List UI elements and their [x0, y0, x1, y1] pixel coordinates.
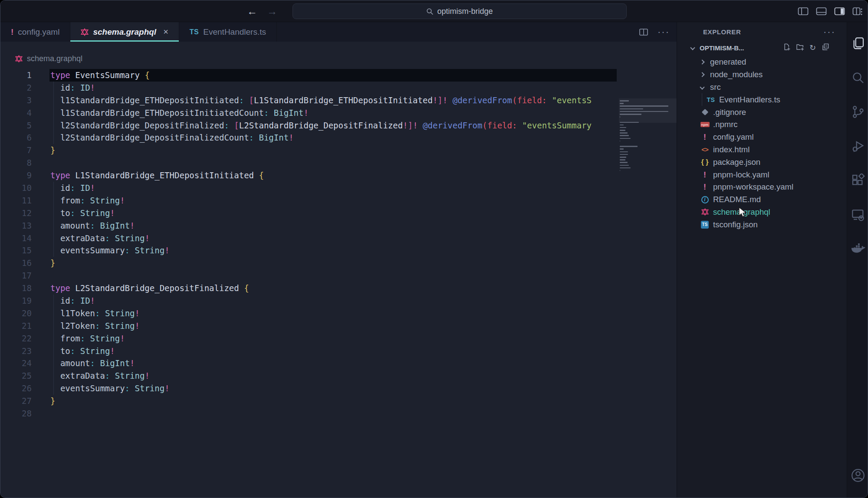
- readme-info-icon: i: [700, 196, 710, 203]
- command-center-search[interactable]: optimism-bridge: [293, 3, 627, 19]
- tree-item--npmrc[interactable]: npm.npmrc: [677, 118, 847, 131]
- refresh-explorer-icon[interactable]: ↻: [809, 43, 816, 52]
- code-line[interactable]: 27}: [0, 395, 617, 407]
- code-line[interactable]: 3 l1StandardBridge_ETHDepositInitiated: …: [0, 94, 617, 107]
- code-line-text: l1StandardBridge_ETHDepositInitiatedCoun…: [50, 107, 309, 119]
- code-line[interactable]: 6 l2StandardBridge_DepositFinalizedCount…: [0, 131, 617, 144]
- new-file-icon[interactable]: [783, 43, 791, 52]
- folder-label: node_modules: [710, 70, 763, 79]
- toggle-panel-right-icon[interactable]: [834, 7, 845, 16]
- code-line[interactable]: 23 to: String!: [0, 345, 617, 357]
- code-line[interactable]: 24 amount: BigInt!: [0, 357, 617, 370]
- tree-item-config-yaml[interactable]: !config.yaml: [677, 131, 847, 144]
- line-number: 21: [0, 320, 32, 332]
- tab-config-yaml[interactable]: ! config.yaml: [0, 22, 70, 42]
- code-line[interactable]: 21 l2Token: String!: [0, 320, 617, 332]
- code-line[interactable]: 8: [0, 157, 617, 169]
- line-number: 2: [0, 82, 32, 94]
- docker-icon[interactable]: [847, 239, 868, 259]
- split-editor-icon[interactable]: [639, 29, 648, 36]
- tab-eventhandlers-ts[interactable]: TS EventHandlers.ts: [179, 22, 277, 42]
- code-line[interactable]: 12 to: String!: [0, 207, 617, 220]
- yaml-warning-icon: !: [700, 182, 710, 192]
- minimap-line: [620, 141, 620, 142]
- code-line[interactable]: 15 eventsSummary: String!: [0, 244, 617, 257]
- workspace-name: OPTIMISM-B...: [700, 44, 744, 52]
- code-line[interactable]: 2 id: ID!: [0, 82, 617, 94]
- code-line[interactable]: 18type L2StandardBridge_DepositFinalized…: [0, 282, 617, 295]
- tab-schema-graphql[interactable]: schema.graphql ×: [70, 22, 179, 42]
- tree-item-schema-graphql[interactable]: schema.graphql: [677, 206, 847, 219]
- code-line[interactable]: 7}: [0, 144, 617, 157]
- code-line[interactable]: 11 from: String!: [0, 194, 617, 207]
- line-number: 18: [0, 282, 32, 295]
- code-line[interactable]: 9type L1StandardBridge_ETHDepositInitiat…: [0, 169, 617, 182]
- source-control-icon[interactable]: [847, 102, 868, 122]
- nav-back-icon[interactable]: ←: [247, 5, 257, 17]
- line-number: 9: [0, 169, 32, 182]
- search-view-icon[interactable]: [847, 68, 868, 88]
- minimap-slider[interactable]: [619, 98, 677, 123]
- graphql-icon: [81, 28, 89, 36]
- code-line[interactable]: 26 eventsSummary: String!: [0, 382, 617, 395]
- code-line[interactable]: 13 amount: BigInt!: [0, 220, 617, 232]
- tree-item-readme-md[interactable]: iREADME.md: [677, 193, 847, 206]
- minimap-line: [620, 154, 628, 155]
- new-folder-icon[interactable]: [796, 43, 804, 52]
- remote-explorer-icon[interactable]: [847, 205, 868, 225]
- code-line[interactable]: 4 l1StandardBridge_ETHDepositInitiatedCo…: [0, 107, 617, 119]
- account-icon[interactable]: [847, 465, 868, 485]
- toggle-panel-left-icon[interactable]: [798, 7, 809, 16]
- tsconfig-icon: TS: [700, 221, 710, 229]
- file-label: README.md: [713, 195, 761, 204]
- code-line[interactable]: 22 from: String!: [0, 332, 617, 345]
- tree-item-eventhandlers-ts[interactable]: TSEventHandlers.ts: [677, 93, 847, 106]
- line-number: 13: [0, 220, 32, 232]
- code-line[interactable]: 1type EventsSummary {: [0, 69, 617, 82]
- code-line[interactable]: 5 l2StandardBridge_DepositFinalized: [L2…: [0, 119, 617, 132]
- tree-item-generated[interactable]: generated: [677, 56, 847, 69]
- nav-forward-icon[interactable]: →: [267, 5, 277, 17]
- tree-item-pnpm-lock-yaml[interactable]: !pnpm-lock.yaml: [677, 168, 847, 181]
- run-debug-icon[interactable]: [847, 136, 868, 156]
- code-line-text: }: [50, 257, 55, 269]
- code-editor[interactable]: 1type EventsSummary {2 id: ID!3 l1Standa…: [0, 67, 677, 498]
- tree-item-index-html[interactable]: <>index.html: [677, 144, 847, 156]
- tree-item-pnpm-workspace-yaml[interactable]: !pnpm-workspace.yaml: [677, 181, 847, 193]
- toggle-panel-bottom-icon[interactable]: [816, 7, 827, 16]
- editor-more-actions-icon[interactable]: ···: [658, 30, 670, 34]
- code-line[interactable]: 14 extraData: String!: [0, 232, 617, 245]
- minimap[interactable]: [620, 100, 672, 200]
- tree-item-package-json[interactable]: { }package.json: [677, 156, 847, 168]
- code-line[interactable]: 17: [0, 269, 617, 282]
- line-number: 3: [0, 94, 32, 107]
- code-line[interactable]: 20 l1Token: String!: [0, 307, 617, 320]
- code-line-text: l1Token: String!: [50, 307, 140, 320]
- tree-item--gitignore[interactable]: .gitignore: [677, 106, 847, 118]
- tree-item-node-modules[interactable]: node_modules: [677, 69, 847, 81]
- chevron-down-icon: [690, 45, 695, 50]
- tab-close-icon[interactable]: ×: [163, 27, 168, 37]
- customize-layout-icon[interactable]: [852, 7, 862, 16]
- extensions-icon[interactable]: [847, 170, 868, 190]
- npm-icon: npm: [700, 122, 710, 127]
- code-line[interactable]: 28: [0, 407, 617, 420]
- line-number: 17: [0, 269, 32, 282]
- tree-item-tsconfig-json[interactable]: TStsconfig.json: [677, 218, 847, 231]
- collapse-folders-icon[interactable]: [821, 43, 829, 52]
- code-line[interactable]: 19 id: ID!: [0, 295, 617, 307]
- indent-guide: [702, 93, 702, 106]
- explorer-more-actions-icon[interactable]: ···: [823, 30, 835, 34]
- explorer-view-icon[interactable]: [847, 33, 868, 53]
- line-number: 23: [0, 345, 32, 357]
- line-number: 15: [0, 244, 32, 257]
- breadcrumb-item[interactable]: schema.graphql: [15, 54, 82, 63]
- tree-item-src[interactable]: src: [677, 81, 847, 94]
- code-line-text: type L2StandardBridge_DepositFinalized {: [50, 282, 249, 295]
- code-line[interactable]: 16}: [0, 257, 617, 269]
- yaml-warning-icon: !: [700, 170, 710, 180]
- workspace-section-header[interactable]: OPTIMISM-B... ↻: [677, 42, 847, 54]
- code-line[interactable]: 25 extraData: String!: [0, 370, 617, 382]
- code-line[interactable]: 10 id: ID!: [0, 182, 617, 194]
- code-line-text: amount: BigInt!: [50, 357, 135, 370]
